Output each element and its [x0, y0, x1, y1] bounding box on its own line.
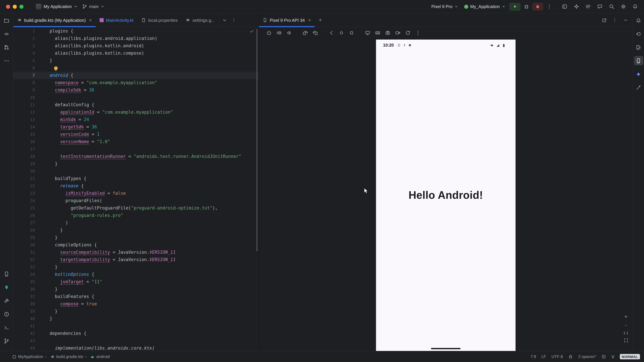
line-number[interactable]: 12 [14, 109, 35, 116]
line-number[interactable]: 7 [14, 72, 35, 79]
overview-button-icon[interactable] [348, 29, 355, 36]
line-number[interactable]: 39 [14, 308, 35, 315]
line-number[interactable]: 2 [14, 35, 35, 42]
add-device-tab-button[interactable]: + [316, 16, 325, 24]
gesture-navigation-bar[interactable] [431, 348, 460, 349]
line-number[interactable]: 41 [14, 323, 35, 330]
line-number[interactable]: 21 [14, 175, 35, 182]
home-button-icon[interactable] [338, 29, 345, 36]
problems-icon[interactable] [2, 309, 11, 319]
inspections-status-icon[interactable] [250, 29, 254, 34]
line-number[interactable]: 43 [14, 337, 35, 345]
line-number[interactable]: 26 [14, 212, 35, 219]
code-line[interactable]: 31 sourceCompatibility = JavaVersion.VER… [14, 249, 258, 256]
external-display-icon[interactable] [364, 29, 371, 36]
hide-panel-icon[interactable] [621, 16, 630, 24]
line-number[interactable]: 22 [14, 182, 35, 190]
line-number[interactable]: 13 [14, 116, 35, 123]
screen-record-icon[interactable] [394, 29, 401, 36]
code-line[interactable]: 1plugins { [14, 27, 258, 35]
code-line[interactable]: 28 } [14, 227, 258, 234]
line-number[interactable]: 40 [14, 315, 35, 323]
debug-button[interactable] [522, 2, 531, 11]
device-reset-icon[interactable] [404, 29, 411, 36]
hardware-input-icon[interactable] [374, 29, 381, 36]
file-encoding[interactable]: UTF-8 [552, 354, 563, 359]
code-line[interactable]: 38 compose = true [14, 300, 258, 308]
code-line[interactable]: 4 alias(libs.plugins.kotlin.compose) [14, 50, 258, 57]
status-widget-icon[interactable] [602, 354, 606, 359]
code-line[interactable]: 25 getDefaultProguardFile("proguard-andr… [14, 204, 258, 212]
breadcrumb-module[interactable]: MyApplication [12, 354, 43, 359]
code-line[interactable]: 12 applicationId = "com.example.myapplic… [14, 109, 258, 116]
code-line[interactable]: 21 buildTypes { [14, 175, 258, 182]
line-number[interactable]: 19 [14, 160, 35, 168]
line-number[interactable]: 35 [14, 278, 35, 286]
project-folder-icon[interactable] [2, 16, 11, 25]
breadcrumb-file[interactable]: build.gradle.kts [45, 354, 83, 359]
indent-setting[interactable]: 2 spaces* [578, 354, 596, 359]
code-line[interactable]: 43 [14, 337, 258, 345]
read-only-lock-icon[interactable] [568, 354, 573, 359]
line-number[interactable]: 10 [14, 94, 35, 101]
code-line[interactable]: 35 jvmTarget = "11" [14, 278, 258, 286]
line-number[interactable]: 24 [14, 197, 35, 204]
code-line[interactable]: 30 compileOptions { [14, 241, 258, 249]
more-run-actions-button[interactable] [545, 2, 554, 11]
code-line[interactable]: 26 "proguard-rules.pro" [14, 212, 258, 219]
code-line[interactable]: 29 } [14, 234, 258, 241]
intention-bulb-icon[interactable] [54, 66, 58, 70]
search-everywhere-icon[interactable] [606, 2, 616, 11]
code-line[interactable]: 42dependencies { [14, 330, 258, 337]
line-number[interactable]: 28 [14, 227, 35, 234]
close-device-tab-icon[interactable]: × [308, 18, 311, 22]
rotate-right-icon[interactable] [312, 29, 319, 36]
code-line[interactable]: 16 versionName = "1.0" [14, 138, 258, 145]
line-number[interactable]: 38 [14, 300, 35, 308]
line-number[interactable]: 1 [14, 27, 35, 35]
line-separator[interactable]: LF [541, 354, 546, 359]
cursor-position[interactable]: 7:9 [530, 354, 536, 359]
line-number[interactable]: 3 [14, 42, 35, 50]
settings-gear-icon[interactable] [618, 2, 628, 11]
gradle-tool-window-icon[interactable] [634, 29, 643, 38]
zoom-in-button[interactable]: + [622, 313, 629, 320]
zoom-to-fit-icon[interactable] [622, 337, 629, 344]
device-tab[interactable]: Pixel 9 Pro API 34 × [259, 13, 314, 27]
line-number[interactable]: 31 [14, 249, 35, 256]
chat-icon[interactable] [595, 2, 605, 11]
line-number[interactable]: 23 [14, 190, 35, 197]
code-line[interactable]: 13 minSdk = 24 [14, 116, 258, 123]
close-tab-icon[interactable]: × [89, 18, 92, 22]
code-editor[interactable]: 1plugins {2 alias(libs.plugins.android.a… [14, 27, 258, 351]
close-window-button[interactable] [6, 4, 10, 8]
code-line[interactable]: 7android { [14, 72, 258, 79]
line-number[interactable]: 36 [14, 286, 35, 293]
tab-options-icon[interactable] [230, 16, 238, 24]
device-screen[interactable]: 10:20 Hello Android! [376, 39, 516, 351]
code-line[interactable]: 44 implementation(libs.androidx.core.ktx… [14, 345, 258, 351]
line-number[interactable]: 18 [14, 153, 35, 160]
commit-icon[interactable] [2, 29, 11, 38]
line-number[interactable]: 8 [14, 79, 35, 86]
assistant-icon[interactable] [634, 83, 643, 92]
line-number[interactable]: 5 [14, 57, 35, 64]
line-number[interactable]: 30 [14, 241, 35, 249]
open-in-new-window-icon[interactable] [600, 16, 608, 24]
logcat-gem-icon[interactable] [2, 283, 11, 292]
terminal-icon[interactable] [2, 323, 11, 332]
code-line[interactable]: 17 [14, 145, 258, 153]
code-line[interactable]: 33 } [14, 264, 258, 271]
code-line[interactable]: 23 isMinifyEnabled = false [14, 190, 258, 197]
line-number[interactable]: 29 [14, 234, 35, 241]
code-line[interactable]: 14 targetSdk = 36 [14, 123, 258, 131]
more-tool-windows-icon[interactable] [2, 56, 11, 65]
device-selector[interactable]: Pixel 9 Pro [429, 3, 460, 10]
gemini-icon[interactable] [634, 69, 643, 79]
line-number[interactable]: 42 [14, 330, 35, 337]
code-line[interactable]: 22 release { [14, 182, 258, 190]
line-number[interactable]: 15 [14, 131, 35, 138]
tab-settings-gradle[interactable]: settings.g... [182, 13, 219, 27]
code-line[interactable]: 24 proguardFiles( [14, 197, 258, 204]
menu-icon[interactable] [583, 2, 593, 11]
